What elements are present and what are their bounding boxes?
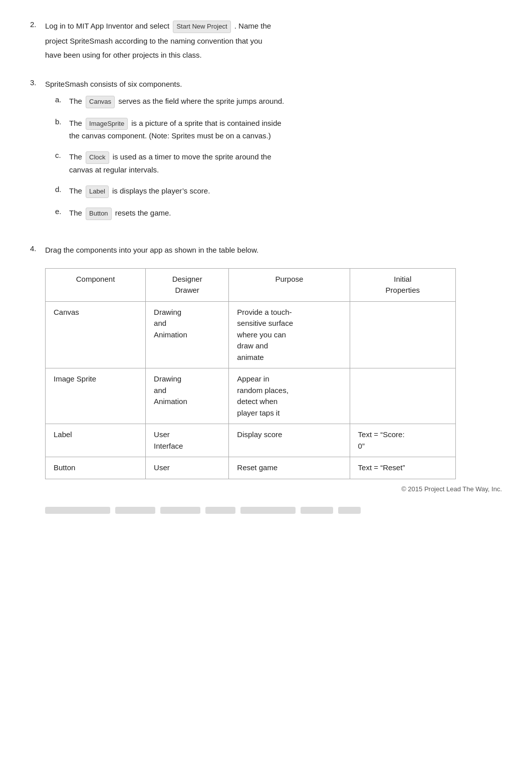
copyright-text: © 2015 Project Lead The Way, Inc. — [45, 485, 502, 493]
sub-label-e: e. — [55, 207, 69, 216]
cell-imagesprite-purpose: Appear inrandom places,detect whenplayer… — [229, 368, 350, 424]
sub-label-c: c. — [55, 151, 69, 159]
col-purpose: Purpose — [229, 268, 350, 301]
step-3: 3. SpriteSmash consists of six component… — [30, 78, 502, 229]
step-3-intro: SpriteSmash consists of six components. — [45, 78, 502, 90]
col-designer-drawer: DesignerDrawer — [146, 268, 229, 301]
sub-item-e: e. The Button resets the game. — [55, 207, 502, 220]
footer-seg-3 — [160, 507, 200, 514]
step-4-number: 4. — [30, 244, 45, 253]
components-table-container: Component DesignerDrawer Purpose Initial… — [45, 268, 502, 493]
cell-label-purpose: Display score — [229, 424, 350, 457]
table-row: Image Sprite DrawingandAnimation Appear … — [46, 368, 456, 424]
step-2-line1: Log in to MIT App Inventor and select St… — [45, 20, 502, 33]
table-row: Button User Reset game Text = “Reset” — [46, 457, 456, 479]
start-new-project-badge: Start New Project — [173, 21, 230, 33]
cell-button-purpose: Reset game — [229, 457, 350, 479]
step-2: 2. Log in to MIT App Inventor and select… — [30, 20, 502, 63]
table-row: Canvas DrawingandAnimation Provide a tou… — [46, 301, 456, 368]
cell-canvas-component: Canvas — [46, 301, 146, 368]
cell-label-component: Label — [46, 424, 146, 457]
table-row: Label UserInterface Display score Text =… — [46, 424, 456, 457]
sub-content-c: The Clock is used as a timer to move the… — [69, 151, 502, 176]
cell-imagesprite-component: Image Sprite — [46, 368, 146, 424]
footer-seg-7 — [338, 507, 361, 514]
cell-button-component: Button — [46, 457, 146, 479]
cell-imagesprite-drawer: DrawingandAnimation — [146, 368, 229, 424]
sub-label-b: b. — [55, 117, 69, 126]
cell-canvas-properties — [350, 301, 455, 368]
step-4-text: Drag the components into your app as sho… — [45, 244, 502, 256]
step-3-number: 3. — [30, 78, 45, 87]
step-3-sub-items: a. The Canvas serves as the field where … — [45, 95, 502, 220]
sub-item-a: a. The Canvas serves as the field where … — [55, 95, 502, 108]
cell-canvas-drawer: DrawingandAnimation — [146, 301, 229, 368]
cell-canvas-purpose: Provide a touch-sensitive surfacewhere y… — [229, 301, 350, 368]
footer-seg-2 — [115, 507, 155, 514]
cell-imagesprite-properties — [350, 368, 455, 424]
table-header-row: Component DesignerDrawer Purpose Initial… — [46, 268, 456, 301]
sub-item-c: c. The Clock is used as a timer to move … — [55, 151, 502, 176]
component-badge-button: Button — [86, 208, 112, 220]
step-2-line3: have been using for other projects in th… — [45, 49, 502, 61]
cell-button-properties: Text = “Reset” — [350, 457, 455, 479]
sub-label-a: a. — [55, 95, 69, 104]
footer-seg-6 — [301, 507, 333, 514]
components-table: Component DesignerDrawer Purpose Initial… — [45, 268, 456, 479]
footer-seg-4 — [205, 507, 235, 514]
step-2-line2: project SpriteSmash according to the nam… — [45, 35, 502, 47]
footer-seg-1 — [45, 507, 110, 514]
component-badge-imagesprite: ImageSprite — [86, 118, 128, 130]
cell-button-drawer: User — [146, 457, 229, 479]
component-badge-canvas: Canvas — [86, 96, 115, 108]
sub-label-d: d. — [55, 185, 69, 193]
step-2-content: Log in to MIT App Inventor and select St… — [45, 20, 502, 63]
col-component: Component — [46, 268, 146, 301]
sub-item-d: d. The Label is displays the player’s sc… — [55, 185, 502, 198]
sub-item-b: b. The ImageSprite is a picture of a spr… — [55, 117, 502, 142]
cell-label-drawer: UserInterface — [146, 424, 229, 457]
footer-seg-5 — [240, 507, 296, 514]
col-initial-properties: InitialProperties — [350, 268, 455, 301]
component-badge-clock: Clock — [86, 151, 109, 164]
sub-content-a: The Canvas serves as the field where the… — [69, 95, 502, 108]
step-3-content: SpriteSmash consists of six components. … — [45, 78, 502, 229]
step-4: 4. Drag the components into your app as … — [30, 244, 502, 493]
sub-content-e: The Button resets the game. — [69, 207, 502, 220]
step-4-content: Drag the components into your app as sho… — [45, 244, 502, 258]
step-2-text-before-badge: Log in to MIT App Inventor and select — [45, 22, 169, 30]
step-2-text-after-badge: . Name the — [234, 22, 271, 30]
component-badge-label: Label — [86, 185, 109, 198]
cell-label-properties: Text = “Score:0” — [350, 424, 455, 457]
sub-content-d: The Label is displays the player’s score… — [69, 185, 502, 198]
step-2-number: 2. — [30, 20, 45, 29]
sub-content-b: The ImageSprite is a picture of a sprite… — [69, 117, 502, 142]
footer-bar — [30, 507, 502, 514]
